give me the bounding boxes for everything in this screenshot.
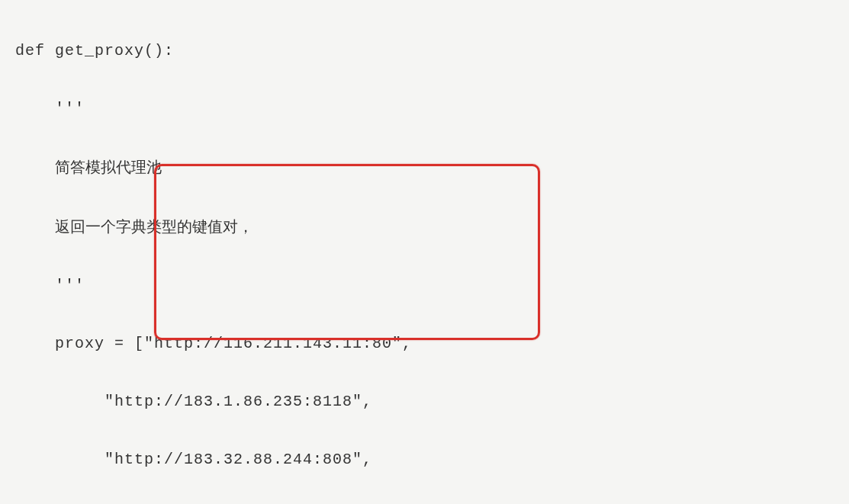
code-line: ''' xyxy=(15,271,834,300)
code-line: "http://183.32.88.244:808", xyxy=(15,445,834,474)
code-line: def get_proxy(): xyxy=(15,37,834,66)
highlight-rectangle xyxy=(154,164,540,340)
code-line: "http://183.1.86.235:8118", xyxy=(15,387,834,416)
code-line: ''' xyxy=(15,95,834,124)
code-snippet: def get_proxy(): ''' 简答模拟代理池 返回一个字典类型的键值… xyxy=(15,8,834,504)
code-line: 简答模拟代理池 xyxy=(15,152,834,183)
code-line: proxy = ["http://116.211.143.11:80", xyxy=(15,329,834,358)
code-line: 返回一个字典类型的键值对， xyxy=(15,212,834,242)
